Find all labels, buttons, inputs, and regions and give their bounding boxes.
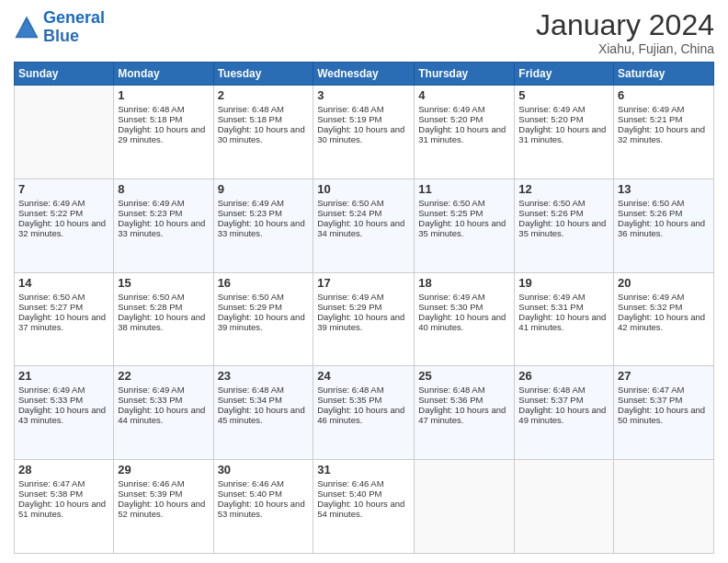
sunrise-text: Sunrise: 6:50 AM	[118, 292, 184, 302]
sunset-text: Sunset: 5:40 PM	[218, 488, 282, 499]
location-subtitle: Xiahu, Fujian, China	[536, 41, 714, 56]
sunrise-text: Sunrise: 6:50 AM	[418, 198, 484, 208]
daylight-text: Daylight: 10 hours and 33 minutes.	[218, 218, 305, 238]
calendar-week-row: 28Sunrise: 6:47 AMSunset: 5:38 PMDayligh…	[15, 460, 714, 554]
sunrise-text: Sunrise: 6:48 AM	[218, 385, 284, 395]
sunset-text: Sunset: 5:32 PM	[618, 302, 682, 312]
calendar-cell	[614, 460, 714, 554]
sunrise-text: Sunrise: 6:46 AM	[218, 478, 284, 488]
daylight-text: Daylight: 10 hours and 35 minutes.	[418, 218, 506, 238]
col-thursday: Thursday	[415, 63, 515, 86]
daylight-text: Daylight: 10 hours and 34 minutes.	[317, 218, 404, 238]
day-number: 18	[418, 276, 510, 290]
calendar-cell: 21Sunrise: 6:49 AMSunset: 5:33 PMDayligh…	[15, 366, 114, 460]
header: General Blue January 2024 Xiahu, Fujian,…	[14, 9, 714, 56]
day-number: 28	[18, 463, 109, 477]
calendar-cell	[515, 460, 614, 554]
page: General Blue January 2024 Xiahu, Fujian,…	[0, 0, 728, 563]
daylight-text: Daylight: 10 hours and 46 minutes.	[317, 405, 404, 425]
sunrise-text: Sunrise: 6:47 AM	[18, 478, 85, 488]
sunset-text: Sunset: 5:26 PM	[618, 208, 682, 218]
day-number: 5	[518, 88, 609, 102]
daylight-text: Daylight: 10 hours and 35 minutes.	[518, 218, 606, 238]
calendar-cell	[415, 460, 515, 554]
sunset-text: Sunset: 5:26 PM	[518, 208, 583, 218]
title-block: January 2024 Xiahu, Fujian, China	[536, 9, 714, 56]
daylight-text: Daylight: 10 hours and 37 minutes.	[18, 312, 106, 332]
calendar-cell: 19Sunrise: 6:49 AMSunset: 5:31 PMDayligh…	[515, 272, 614, 366]
day-number: 10	[317, 182, 410, 196]
sunset-text: Sunset: 5:37 PM	[618, 395, 682, 405]
sunset-text: Sunset: 5:35 PM	[317, 395, 381, 405]
sunset-text: Sunset: 5:27 PM	[18, 302, 83, 312]
daylight-text: Daylight: 10 hours and 43 minutes.	[18, 405, 106, 425]
sunset-text: Sunset: 5:31 PM	[518, 302, 583, 312]
day-number: 6	[618, 88, 710, 102]
calendar-cell	[15, 86, 114, 179]
sunset-text: Sunset: 5:24 PM	[317, 208, 381, 218]
logo-text: General Blue	[43, 9, 105, 46]
daylight-text: Daylight: 10 hours and 30 minutes.	[317, 124, 404, 144]
calendar-week-row: 1Sunrise: 6:48 AMSunset: 5:18 PMDaylight…	[15, 86, 714, 179]
day-number: 26	[518, 369, 609, 383]
daylight-text: Daylight: 10 hours and 38 minutes.	[118, 312, 205, 332]
calendar-cell: 23Sunrise: 6:48 AMSunset: 5:34 PMDayligh…	[213, 366, 313, 460]
sunrise-text: Sunrise: 6:46 AM	[317, 478, 383, 488]
daylight-text: Daylight: 10 hours and 39 minutes.	[218, 312, 305, 332]
sunrise-text: Sunrise: 6:50 AM	[18, 292, 85, 302]
calendar-cell: 26Sunrise: 6:48 AMSunset: 5:37 PMDayligh…	[515, 366, 614, 460]
daylight-text: Daylight: 10 hours and 32 minutes.	[618, 124, 705, 144]
daylight-text: Daylight: 10 hours and 29 minutes.	[118, 124, 205, 144]
sunset-text: Sunset: 5:18 PM	[118, 114, 182, 124]
calendar-cell: 7Sunrise: 6:49 AMSunset: 5:22 PMDaylight…	[15, 178, 114, 272]
sunrise-text: Sunrise: 6:46 AM	[118, 478, 184, 488]
daylight-text: Daylight: 10 hours and 53 minutes.	[218, 499, 305, 519]
calendar-cell: 25Sunrise: 6:48 AMSunset: 5:36 PMDayligh…	[415, 366, 515, 460]
sunrise-text: Sunrise: 6:49 AM	[618, 104, 684, 114]
calendar-week-row: 21Sunrise: 6:49 AMSunset: 5:33 PMDayligh…	[15, 366, 714, 460]
sunset-text: Sunset: 5:19 PM	[317, 114, 381, 124]
sunrise-text: Sunrise: 6:49 AM	[118, 385, 184, 395]
sunset-text: Sunset: 5:34 PM	[218, 395, 282, 405]
sunset-text: Sunset: 5:37 PM	[518, 395, 583, 405]
day-number: 8	[118, 182, 209, 196]
calendar-cell: 13Sunrise: 6:50 AMSunset: 5:26 PMDayligh…	[614, 178, 714, 272]
daylight-text: Daylight: 10 hours and 52 minutes.	[118, 499, 205, 519]
calendar-cell: 17Sunrise: 6:49 AMSunset: 5:29 PMDayligh…	[313, 272, 415, 366]
col-tuesday: Tuesday	[213, 63, 313, 86]
calendar-cell: 29Sunrise: 6:46 AMSunset: 5:39 PMDayligh…	[114, 460, 213, 554]
col-friday: Friday	[515, 63, 614, 86]
sunrise-text: Sunrise: 6:48 AM	[218, 104, 284, 114]
calendar-cell: 6Sunrise: 6:49 AMSunset: 5:21 PMDaylight…	[614, 86, 714, 179]
calendar-cell: 11Sunrise: 6:50 AMSunset: 5:25 PMDayligh…	[415, 178, 515, 272]
sunset-text: Sunset: 5:36 PM	[418, 395, 483, 405]
day-number: 27	[618, 369, 710, 383]
day-number: 22	[118, 369, 209, 383]
logo-line2: Blue	[43, 27, 79, 45]
day-number: 29	[118, 463, 209, 477]
sunset-text: Sunset: 5:21 PM	[618, 114, 682, 124]
calendar-cell: 31Sunrise: 6:46 AMSunset: 5:40 PMDayligh…	[313, 460, 415, 554]
sunrise-text: Sunrise: 6:49 AM	[218, 198, 284, 208]
calendar-cell: 5Sunrise: 6:49 AMSunset: 5:20 PMDaylight…	[515, 86, 614, 179]
sunset-text: Sunset: 5:23 PM	[218, 208, 282, 218]
sunset-text: Sunset: 5:20 PM	[518, 114, 583, 124]
calendar-cell: 12Sunrise: 6:50 AMSunset: 5:26 PMDayligh…	[515, 178, 614, 272]
calendar-week-row: 14Sunrise: 6:50 AMSunset: 5:27 PMDayligh…	[15, 272, 714, 366]
sunset-text: Sunset: 5:38 PM	[18, 488, 83, 499]
day-number: 17	[317, 276, 410, 290]
day-number: 12	[518, 182, 609, 196]
calendar-cell: 3Sunrise: 6:48 AMSunset: 5:19 PMDaylight…	[313, 86, 415, 179]
sunrise-text: Sunrise: 6:50 AM	[618, 198, 684, 208]
calendar-header-row: Sunday Monday Tuesday Wednesday Thursday…	[15, 63, 714, 86]
day-number: 20	[618, 276, 710, 290]
daylight-text: Daylight: 10 hours and 32 minutes.	[18, 218, 106, 238]
sunset-text: Sunset: 5:29 PM	[218, 302, 282, 312]
daylight-text: Daylight: 10 hours and 44 minutes.	[118, 405, 205, 425]
daylight-text: Daylight: 10 hours and 41 minutes.	[518, 312, 606, 332]
calendar-cell: 10Sunrise: 6:50 AMSunset: 5:24 PMDayligh…	[313, 178, 415, 272]
calendar-table: Sunday Monday Tuesday Wednesday Thursday…	[14, 62, 714, 554]
calendar-cell: 24Sunrise: 6:48 AMSunset: 5:35 PMDayligh…	[313, 366, 415, 460]
daylight-text: Daylight: 10 hours and 39 minutes.	[317, 312, 404, 332]
sunrise-text: Sunrise: 6:48 AM	[317, 385, 383, 395]
